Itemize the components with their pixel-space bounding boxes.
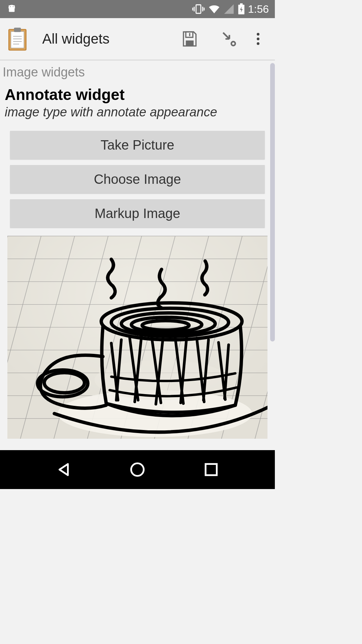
svg-point-1 [13,6,13,7]
svg-rect-3 [196,5,201,13]
overflow-menu-icon[interactable] [248,31,268,47]
status-time: 1:56 [248,3,269,15]
nav-home-icon[interactable] [129,461,146,478]
take-picture-button[interactable]: Take Picture [10,131,265,159]
nav-back-icon[interactable] [55,461,72,478]
section-header: Image widgets [0,60,275,82]
content-area[interactable]: Image widgets Annotate widget image type… [0,60,275,450]
svg-rect-8 [14,28,21,32]
clipboard-icon[interactable] [7,27,42,51]
signal-icon [223,3,235,15]
svg-rect-7 [11,32,24,48]
app-bar: All widgets [0,18,275,60]
svg-point-16 [231,42,235,46]
svg-rect-5 [240,3,243,5]
svg-point-34 [131,463,144,476]
status-bar: 1:56 [0,0,275,18]
vibrate-icon [192,3,205,15]
svg-rect-35 [205,464,217,475]
battery-charging-icon [237,3,245,15]
save-icon[interactable] [170,30,209,48]
navigation-bar [0,450,275,489]
image-preview[interactable] [7,236,267,439]
widget-subtitle: image type with annotate appearance [0,104,275,125]
nav-recent-icon[interactable] [203,461,220,478]
svg-point-17 [257,33,259,36]
wifi-icon [208,3,221,15]
app-title: All widgets [42,31,170,47]
svg-point-0 [10,6,11,7]
choose-image-button[interactable]: Choose Image [10,165,265,193]
android-head-icon [6,3,17,15]
svg-point-18 [257,38,259,40]
markup-image-button[interactable]: Markup Image [10,199,265,227]
svg-rect-14 [186,41,193,46]
widget-title: Annotate widget [0,82,275,104]
collapse-arrow-icon[interactable] [209,30,248,48]
scrollbar-thumb[interactable] [270,63,275,341]
svg-rect-2 [9,8,15,12]
svg-point-19 [257,42,259,45]
